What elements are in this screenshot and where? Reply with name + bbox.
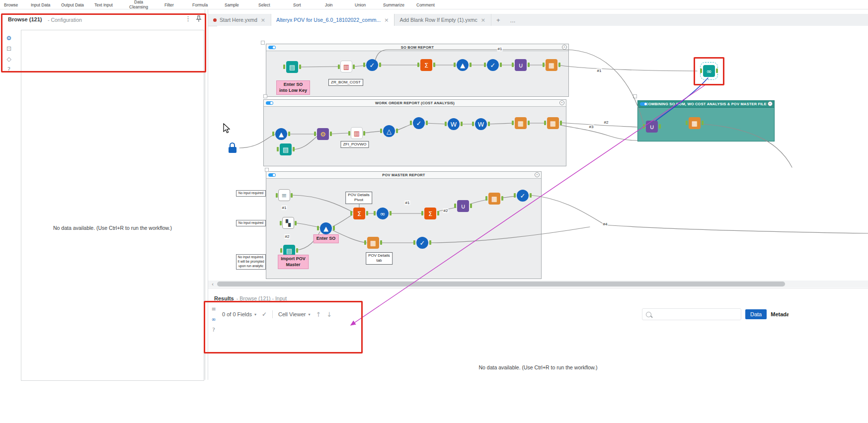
ribbon-item-browse[interactable]: Browse: [4, 2, 18, 7]
tool-container-work-order-report[interactable]: WORK ORDER REPORT (COST ANALYSIS)^: [263, 99, 566, 166]
pov-table-tool-1[interactable]: ▦: [488, 193, 500, 205]
previous-record-icon[interactable]: ↑: [316, 311, 321, 318]
selected-browse-tool[interactable]: ∞: [703, 65, 715, 77]
so-union-tool[interactable]: ∪: [515, 59, 527, 71]
container-enabled-toggle[interactable]: [640, 102, 647, 106]
help-icon[interactable]: ?: [209, 325, 218, 334]
tab-close-icon[interactable]: ×: [260, 17, 266, 23]
input-anchor: [276, 193, 278, 198]
ribbon-item-output-data[interactable]: Output Data: [61, 2, 84, 7]
canvas-annotation-label: Import POV Master: [278, 255, 309, 269]
cell-viewer-label: Cell Viewer: [278, 311, 306, 317]
container-collapse-icon[interactable]: ^: [535, 172, 540, 177]
ribbon-item-summarize[interactable]: Summarize: [383, 2, 404, 7]
metadata-tab-button[interactable]: Metadata: [771, 311, 789, 317]
pov-macro-tool[interactable]: ▚: [282, 217, 294, 229]
wo-macro-gear-tool[interactable]: ⚙: [317, 128, 329, 140]
pov-table-tool-2[interactable]: ▦: [367, 237, 379, 249]
results-side-strip: ≡∞?: [209, 304, 220, 336]
apply-checkmark-icon[interactable]: ✓: [262, 311, 267, 318]
combining-union-tool[interactable]: ∪: [646, 121, 658, 133]
ribbon-item-join[interactable]: Join: [325, 2, 333, 7]
pov-join-tool[interactable]: ∞: [377, 208, 389, 219]
ribbon-item-sample[interactable]: Sample: [225, 2, 239, 7]
container-collapse-icon[interactable]: ^: [768, 101, 773, 106]
results-search-field[interactable]: [642, 308, 741, 320]
wo-formula-tool[interactable]: △: [383, 125, 395, 137]
ribbon-item-comment[interactable]: Comment: [416, 2, 435, 7]
wo-sort-tool[interactable]: ▲: [275, 128, 287, 140]
pov-summarize-tool-1[interactable]: Σ: [353, 208, 365, 219]
tag-icon[interactable]: ◇: [4, 54, 14, 64]
input-anchor: [364, 240, 366, 245]
tab-close-icon[interactable]: ×: [384, 17, 389, 23]
ribbon-item-sort[interactable]: Sort: [293, 2, 301, 7]
scroll-left-icon[interactable]: ‹: [208, 281, 217, 287]
input-anchor: [512, 121, 514, 125]
workflow-canvas[interactable]: SO BOM REPORT^WORK ORDER REPORT (COST AN…: [217, 26, 868, 281]
results-search-input[interactable]: [654, 311, 737, 318]
so-table-tool[interactable]: ▦: [546, 59, 557, 71]
pov-summarize-tool-2[interactable]: Σ: [424, 208, 436, 219]
textinput-icon: ≡: [282, 192, 287, 199]
so-input-tool[interactable]: ▤: [286, 61, 298, 73]
wo-lock-tool[interactable]: [227, 142, 238, 154]
next-record-icon[interactable]: ↓: [326, 311, 332, 318]
more-tabs-button[interactable]: ...: [505, 14, 521, 26]
document-tab[interactable]: Start Here.yxmd×: [208, 14, 271, 26]
so-check-tool[interactable]: ✓: [487, 59, 499, 71]
so-sort-tool[interactable]: ▲: [457, 59, 469, 71]
combining-table-tool[interactable]: ▦: [689, 117, 701, 129]
ribbon-item-input-data[interactable]: Input Data: [31, 2, 50, 7]
canvas-annotation-label: Enter SO: [314, 234, 339, 243]
wo-weekday-tool-2[interactable]: W: [475, 118, 487, 130]
browse-view-icon[interactable]: ∞: [209, 315, 218, 324]
pov-text-input-tool[interactable]: ≡: [278, 189, 290, 201]
help-icon[interactable]: ?: [4, 65, 14, 74]
so-filter-tool[interactable]: ✓: [366, 59, 378, 71]
gear-icon[interactable]: ⚙: [4, 33, 14, 43]
fields-selector-dropdown[interactable]: 0 of 0 Fields ▾: [222, 311, 256, 317]
wo-sap-report-tool[interactable]: ▥: [351, 127, 363, 139]
table-icon: ▦: [491, 196, 497, 202]
table-view-icon[interactable]: ≡: [209, 304, 218, 313]
wo-check-tool[interactable]: ✓: [413, 117, 425, 129]
ribbon-item-union[interactable]: Union: [355, 2, 366, 7]
tool-container-combining-reports[interactable]: COMBINING SO BOM, WO COST ANALYSIS & POV…: [637, 100, 775, 141]
container-collapse-icon[interactable]: ^: [559, 100, 564, 105]
document-tab[interactable]: Alteryx POV for Use_6.0_18102022_comm...…: [271, 14, 395, 26]
output-anchor: [716, 69, 718, 73]
scrollbar-thumb[interactable]: [217, 282, 785, 286]
ribbon-item-formula[interactable]: Formula: [192, 2, 208, 7]
tab-close-icon[interactable]: ×: [480, 17, 486, 23]
container-collapse-icon[interactable]: ^: [562, 45, 567, 50]
new-tab-button[interactable]: +: [491, 14, 505, 26]
wtool-icon: W: [451, 121, 457, 128]
workflow-output-icon[interactable]: ⊡: [4, 44, 14, 54]
wo-table-tool-2[interactable]: ▦: [547, 117, 559, 129]
so-summarize-tool[interactable]: Σ: [420, 59, 432, 71]
document-tab[interactable]: Add Blank Row If Empty (1).yxmc×: [395, 14, 491, 26]
wo-input-tool[interactable]: ▤: [280, 143, 292, 155]
ribbon-item-text-input[interactable]: Text Input: [94, 2, 113, 7]
data-tab-button[interactable]: Data: [745, 309, 767, 319]
pov-sort-tool[interactable]: ▲: [320, 222, 332, 234]
container-enabled-toggle[interactable]: [266, 101, 273, 105]
pov-union-tool[interactable]: ∪: [457, 200, 469, 212]
pov-check-tool-1[interactable]: ✓: [517, 190, 529, 202]
pov-check-tool-2[interactable]: ✓: [416, 237, 428, 249]
container-enabled-toggle[interactable]: [268, 173, 276, 177]
wo-table-tool-1[interactable]: ▦: [515, 117, 527, 129]
table-icon: ▦: [370, 240, 376, 246]
canvas-horizontal-scrollbar[interactable]: ‹: [208, 281, 868, 287]
cell-viewer-dropdown[interactable]: Cell Viewer ▾: [278, 311, 310, 317]
wo-weekday-tool-1[interactable]: W: [448, 118, 460, 130]
ribbon-item-filter[interactable]: Filter: [164, 2, 174, 7]
so-sap-report-tool[interactable]: ▥: [340, 61, 352, 72]
ribbon-item-data-cleansing[interactable]: Data Cleansing: [126, 0, 152, 10]
ribbon-item-select[interactable]: Select: [258, 2, 270, 7]
container-enabled-toggle[interactable]: [268, 46, 276, 49]
results-subtitle: - Browse (121) - Input: [237, 295, 287, 301]
panel-menu-icon[interactable]: ⋮: [185, 15, 191, 22]
pin-icon[interactable]: [196, 15, 202, 24]
